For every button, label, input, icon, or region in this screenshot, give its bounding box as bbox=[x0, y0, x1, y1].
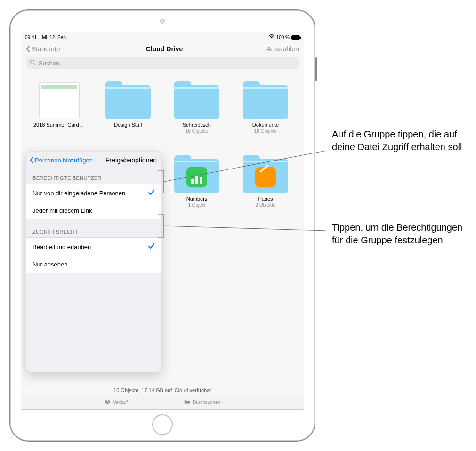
leader-lines bbox=[0, 0, 476, 451]
